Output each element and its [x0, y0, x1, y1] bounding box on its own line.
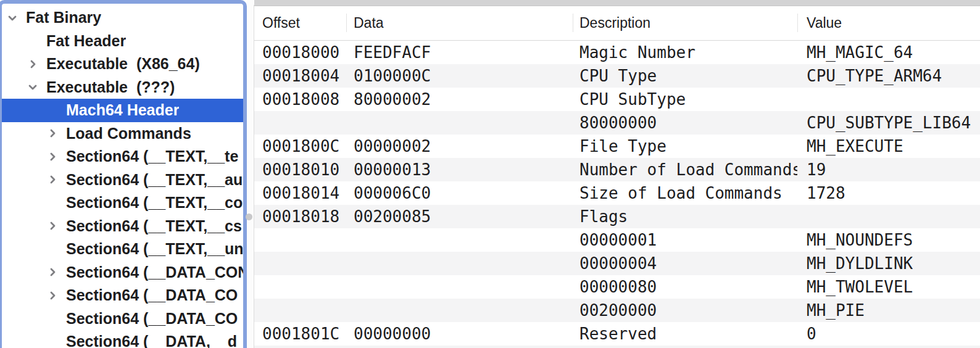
- table-top-strip: [254, 0, 980, 6]
- tree-item-label: Section64 (__TEXT,__co: [66, 191, 243, 215]
- cell-description: 00000001: [573, 231, 797, 249]
- cell-data: FEEDFACF: [346, 43, 573, 62]
- cell-value: MH_DYLDLINK: [797, 254, 980, 273]
- cell-value: CPU_TYPE_ARM64: [797, 67, 980, 85]
- tree-item-section64-data-co[interactable]: Section64 (__DATA_CO: [2, 307, 243, 331]
- cell-description: Size of Load Commands: [573, 184, 797, 202]
- tree-item-mach64-header[interactable]: Mach64 Header: [2, 99, 243, 122]
- cell-data: 000006C0: [346, 184, 573, 202]
- cell-description: 80000000: [573, 114, 797, 132]
- table-row[interactable]: 00000080 MH_TWOLEVEL: [254, 275, 980, 299]
- tree-item-fat-binary[interactable]: Fat Binary: [2, 6, 243, 30]
- table-row[interactable]: 00018014 000006C0 Size of Load Commands …: [254, 181, 980, 205]
- cell-offset: 00018000: [254, 43, 346, 62]
- column-header-value[interactable]: Value: [797, 15, 980, 31]
- cell-offset: 00018008: [254, 90, 346, 109]
- tree-item-section64-text-te[interactable]: Section64 (__TEXT,__te: [2, 145, 243, 168]
- tree-item-label: Section64 (__DATA,__d: [66, 330, 237, 348]
- tree-item-section64-data-co[interactable]: Section64 (__DATA_CO: [2, 284, 243, 307]
- cell-value: MH_PIE: [797, 301, 980, 320]
- macho-field-table: Offset Data Description Value 00018000 F…: [254, 0, 980, 348]
- cell-data: 00000013: [346, 160, 573, 179]
- tree-item-section64-data-d[interactable]: Section64 (__DATA,__d: [2, 330, 243, 348]
- tree-item-section64-text-au[interactable]: Section64 (__TEXT,__au: [2, 168, 243, 192]
- cell-value: 19: [797, 160, 980, 179]
- tree-item-label: Mach64 Header: [66, 99, 179, 122]
- cell-value: MH_TWOLEVEL: [797, 278, 980, 296]
- cell-description: CPU Type: [573, 67, 797, 85]
- cell-description: CPU SubType: [573, 90, 797, 109]
- cell-description: Flags: [573, 207, 797, 226]
- cell-offset: 0001800C: [254, 137, 346, 155]
- table-row[interactable]: 00000001 MH_NOUNDEFS: [254, 228, 980, 252]
- divider-handle-icon[interactable]: [246, 213, 252, 220]
- cell-value: MH_NOUNDEFS: [797, 231, 980, 249]
- table-row[interactable]: 00000004 MH_DYLDLINK: [254, 252, 980, 275]
- tree-item-section64-text-un[interactable]: Section64 (__TEXT,__un: [2, 238, 243, 261]
- tree-item-label: Section64 (__TEXT,__cs: [66, 215, 242, 238]
- cell-data: 80000002: [346, 90, 573, 109]
- cell-description: Number of Load Commands: [573, 160, 797, 179]
- table-row[interactable]: 00018010 00000013 Number of Load Command…: [254, 158, 980, 181]
- cell-description: 00000004: [573, 254, 797, 273]
- tree-item-section64-data-con[interactable]: Section64 (__DATA_CON: [2, 261, 243, 284]
- tree-item-section64-text-cs[interactable]: Section64 (__TEXT,__cs: [2, 215, 243, 238]
- table-row[interactable]: 0001801C 00000000 Reserved 0: [254, 322, 980, 346]
- table-row[interactable]: 80000000 CPU_SUBTYPE_LIB64: [254, 111, 980, 135]
- table-header-row: Offset Data Description Value: [254, 6, 980, 41]
- column-header-data[interactable]: Data: [346, 15, 573, 31]
- cell-offset: 00018010: [254, 160, 346, 179]
- chevron-right-icon[interactable]: [46, 151, 59, 163]
- column-separator[interactable]: [573, 14, 573, 32]
- tree-item-label: Fat Binary: [26, 6, 101, 30]
- chevron-right-icon[interactable]: [46, 220, 59, 232]
- cell-offset: 0001801C: [254, 325, 346, 343]
- cell-value: CPU_SUBTYPE_LIB64: [797, 114, 980, 132]
- tree-item-fat-header[interactable]: Fat Header: [2, 30, 243, 53]
- tree-item-executable-x86-64[interactable]: Executable (X86_64): [2, 52, 243, 76]
- chevron-right-icon[interactable]: [46, 173, 59, 186]
- tree-item-label: Executable (???): [46, 76, 175, 99]
- cell-value: 0: [797, 325, 980, 343]
- chevron-down-icon[interactable]: [27, 81, 39, 93]
- cell-data: 0100000C: [346, 67, 573, 85]
- tree-item-executable[interactable]: Executable (???): [2, 76, 243, 99]
- tree-item-label: Section64 (__DATA_CO: [66, 284, 238, 307]
- cell-description: Reserved: [573, 325, 797, 343]
- tree-item-label: Load Commands: [66, 122, 191, 146]
- table-row[interactable]: 00018018 00200085 Flags: [254, 205, 980, 228]
- cell-description: Magic Number: [573, 43, 797, 62]
- table-row[interactable]: 00018000 FEEDFACF Magic Number MH_MAGIC_…: [254, 41, 980, 64]
- chevron-right-icon[interactable]: [27, 58, 39, 70]
- table-row[interactable]: 00018004 0100000C CPU Type CPU_TYPE_ARM6…: [254, 64, 980, 88]
- chevron-right-icon[interactable]: [46, 289, 59, 302]
- cell-data: 00000000: [346, 325, 573, 343]
- tree-item-label: Section64 (__TEXT,__un: [66, 238, 244, 261]
- tree-item-load-commands[interactable]: Load Commands: [2, 122, 243, 146]
- sidebar-focus-ring: Fat Binary Fat Header Executable (X86_64…: [0, 0, 247, 348]
- table-row[interactable]: 00018008 80000002 CPU SubType: [254, 88, 980, 111]
- column-header-offset[interactable]: Offset: [254, 15, 346, 31]
- cell-description: 00000080: [573, 278, 797, 296]
- tree-item-section64-text-co[interactable]: Section64 (__TEXT,__co: [2, 191, 243, 215]
- cell-description: 00200000: [573, 301, 797, 320]
- cell-value: MH_EXECUTE: [797, 137, 980, 155]
- chevron-right-icon[interactable]: [46, 266, 59, 278]
- chevron-down-icon[interactable]: [6, 12, 19, 24]
- table-row[interactable]: 00200000 MH_PIE: [254, 299, 980, 322]
- tree-item-label: Section64 (__DATA_CON: [66, 261, 247, 284]
- tree-item-label: Section64 (__TEXT,__te: [66, 145, 238, 168]
- column-separator[interactable]: [346, 14, 347, 32]
- column-header-description[interactable]: Description: [573, 15, 797, 31]
- column-separator[interactable]: [797, 14, 798, 32]
- tree-item-label: Executable (X86_64): [46, 52, 200, 76]
- table-body: 00018000 FEEDFACF Magic Number MH_MAGIC_…: [254, 41, 980, 348]
- binary-structure-tree: Fat Binary Fat Header Executable (X86_64…: [2, 6, 243, 348]
- chevron-right-icon[interactable]: [46, 127, 59, 139]
- cell-offset: 00018004: [254, 67, 346, 85]
- cell-data: 00200085: [346, 207, 573, 226]
- table-row[interactable]: 0001800C 00000002 File Type MH_EXECUTE: [254, 135, 980, 158]
- cell-data: 00000002: [346, 137, 573, 155]
- tree-item-label: Section64 (__DATA_CO: [66, 307, 238, 331]
- cell-offset: 00018018: [254, 207, 346, 226]
